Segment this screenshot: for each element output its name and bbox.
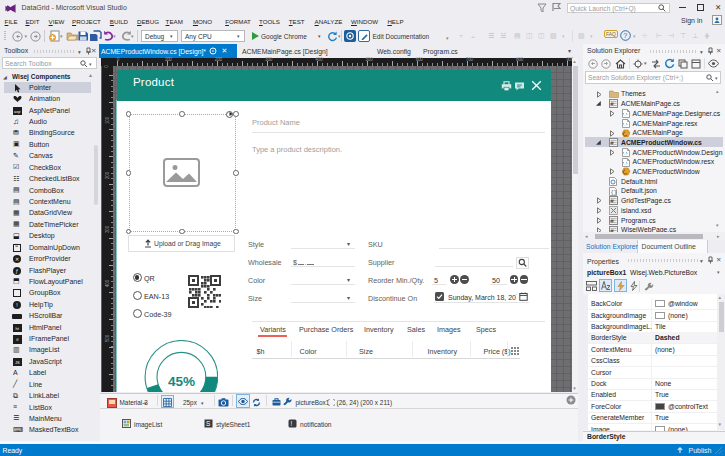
- svg-text:{}: {}: [611, 189, 618, 196]
- svg-text:S: S: [206, 420, 211, 427]
- svg-text:!: !: [291, 420, 293, 427]
- svg-text:?: ?: [623, 32, 627, 39]
- svg-text:45%: 45%: [168, 374, 195, 389]
